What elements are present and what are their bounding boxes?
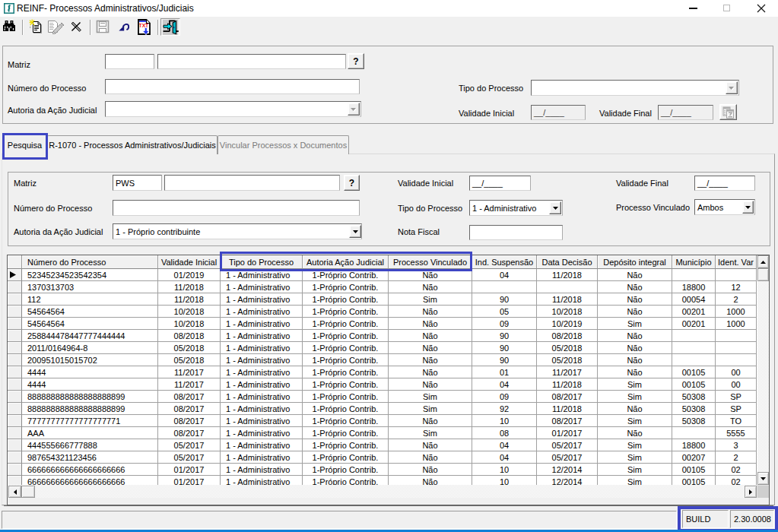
svg-text:TXT: TXT [139,23,149,28]
